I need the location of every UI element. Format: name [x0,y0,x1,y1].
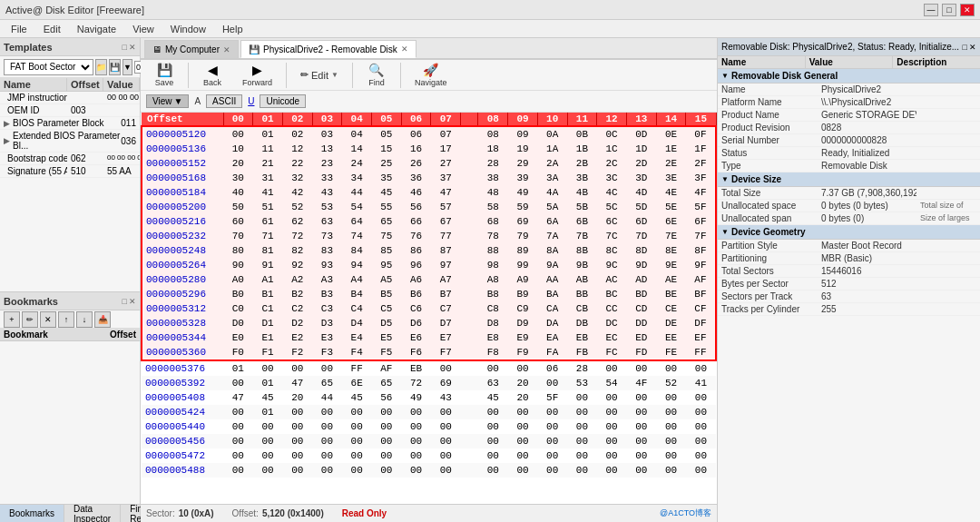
hex-byte-cell[interactable]: E6 [401,330,431,345]
hex-byte-cell[interactable]: 17 [431,142,461,156]
hex-byte-cell[interactable]: 12 [282,142,312,156]
hex-byte-cell[interactable]: 00 [537,448,567,463]
hex-byte-cell[interactable]: 00 [478,405,508,419]
hex-byte-cell[interactable]: 3F [686,171,716,185]
hex-byte-cell[interactable]: 00 [656,419,686,434]
bm-edit-btn[interactable]: ✏ [22,311,38,328]
hex-byte-cell[interactable]: CB [567,301,597,316]
hex-byte-cell[interactable]: 68 [478,214,508,229]
hex-byte-cell[interactable]: 00 [223,434,253,448]
hex-byte-cell[interactable]: EE [656,330,686,345]
hex-byte-cell[interactable]: 7C [597,229,627,243]
hex-byte-cell[interactable]: 00 [223,419,253,434]
hex-byte-cell[interactable]: C1 [253,301,283,316]
hex-byte-cell[interactable]: 8F [686,243,716,258]
hex-byte-cell[interactable]: 45 [372,185,402,200]
hex-byte-cell[interactable]: 5C [597,200,627,214]
hex-byte-cell[interactable]: 76 [401,229,431,243]
hex-byte-cell[interactable]: 7D [626,229,656,243]
template-open-btn[interactable]: 📁 [95,59,107,75]
find-button[interactable]: 🔍 Find [358,60,395,90]
hex-byte-cell[interactable]: 54 [342,200,372,214]
hex-editor[interactable]: Offset 00 01 02 03 04 05 06 07 08 09 10 … [141,113,717,504]
hex-byte-cell[interactable]: 64 [342,214,372,229]
hex-byte-cell[interactable]: 6C [597,214,627,229]
hex-byte-cell[interactable]: 2C [597,156,627,171]
hex-byte-cell[interactable]: 91 [253,258,283,272]
hex-byte-cell[interactable]: 41 [253,185,283,200]
hex-byte-cell[interactable]: 49 [401,390,431,405]
hex-byte-cell[interactable]: 98 [478,258,508,272]
hex-byte-cell[interactable]: DC [597,316,627,330]
hex-byte-cell[interactable]: DA [537,316,567,330]
hex-byte-cell[interactable]: A8 [478,272,508,287]
hex-byte-cell[interactable]: 00 [431,448,461,463]
hex-byte-cell[interactable]: 00 [431,360,461,376]
templates-float-btn[interactable]: □ [122,43,127,52]
right-section-1[interactable]: ▼Device Size [718,172,980,187]
hex-byte-cell[interactable]: 6D [626,214,656,229]
hex-byte-cell[interactable]: 22 [282,156,312,171]
hex-byte-cell[interactable]: CF [686,301,716,316]
hex-byte-cell[interactable]: 21 [253,156,283,171]
hex-byte-cell[interactable]: FF [686,345,716,360]
hex-offset-cell[interactable]: 0000005136 [142,142,223,156]
hex-byte-cell[interactable]: 23 [312,156,342,171]
hex-byte-cell[interactable]: 40 [223,185,253,200]
hex-byte-cell[interactable]: 86 [401,243,431,258]
bm-import-btn[interactable]: 📥 [94,311,111,328]
hex-byte-cell[interactable]: DF [686,316,716,330]
template-down-btn[interactable]: ▼ [122,59,132,75]
hex-byte-cell[interactable]: 9E [656,258,686,272]
hex-byte-cell[interactable]: D3 [312,316,342,330]
hex-offset-cell[interactable]: 0000005472 [142,448,223,463]
tab-physicaldrive2[interactable]: 💾 PhysicalDrive2 - Removable Disk ✕ [240,40,416,58]
hex-byte-cell[interactable]: 62 [282,214,312,229]
tab-my-computer[interactable]: 🖥 My Computer ✕ [144,40,239,58]
hex-byte-cell[interactable]: 15 [372,142,402,156]
hex-byte-cell[interactable]: F5 [372,345,402,360]
hex-byte-cell[interactable]: D4 [342,316,372,330]
hex-byte-cell[interactable]: 2A [537,156,567,171]
hex-byte-cell[interactable]: 14 [342,142,372,156]
hex-offset-cell[interactable]: 0000005312 [142,301,223,316]
hex-byte-cell[interactable]: 00 [597,419,627,434]
hex-byte-cell[interactable]: E3 [312,330,342,345]
hex-byte-cell[interactable]: 78 [478,229,508,243]
hex-byte-cell[interactable]: 77 [431,229,461,243]
hex-byte-cell[interactable]: C7 [431,301,461,316]
hex-byte-cell[interactable]: 00 [312,463,342,478]
hex-byte-cell[interactable]: 63 [312,214,342,229]
hex-byte-cell[interactable]: 00 [401,419,431,434]
hex-byte-cell[interactable]: A4 [342,272,372,287]
hex-byte-cell[interactable]: 84 [342,243,372,258]
hex-byte-cell[interactable]: 00 [686,434,716,448]
template-select[interactable]: FAT Boot Sector [4,59,93,75]
hex-byte-cell[interactable]: 8B [567,243,597,258]
hex-byte-cell[interactable]: EB [567,330,597,345]
hex-byte-cell[interactable]: 48 [478,185,508,200]
hex-byte-cell[interactable]: 9C [597,258,627,272]
hex-byte-cell[interactable]: 60 [223,214,253,229]
hex-byte-cell[interactable]: 00 [656,463,686,478]
hex-offset-cell[interactable]: 0000005296 [142,287,223,301]
hex-byte-cell[interactable]: 00 [567,434,597,448]
hex-byte-cell[interactable]: 00 [597,390,627,405]
hex-byte-cell[interactable]: F3 [312,345,342,360]
right-panel-float-btn[interactable]: □ [963,43,967,52]
bm-add-btn[interactable]: + [4,311,20,328]
hex-byte-cell[interactable]: D1 [253,316,283,330]
hex-byte-cell[interactable]: 80 [223,243,253,258]
view-dropdown-btn[interactable]: View ▼ [146,94,189,108]
hex-byte-cell[interactable]: AD [626,272,656,287]
hex-byte-cell[interactable]: DB [567,316,597,330]
hex-byte-cell[interactable]: F4 [342,345,372,360]
hex-byte-cell[interactable]: B4 [342,287,372,301]
hex-byte-cell[interactable]: 5F [537,390,567,405]
bm-down-btn[interactable]: ↓ [76,311,93,328]
hex-byte-cell[interactable]: E7 [431,330,461,345]
hex-byte-cell[interactable]: 8C [597,243,627,258]
hex-byte-cell[interactable]: FE [656,345,686,360]
hex-byte-cell[interactable]: AB [567,272,597,287]
hex-byte-cell[interactable]: 00 [508,463,538,478]
